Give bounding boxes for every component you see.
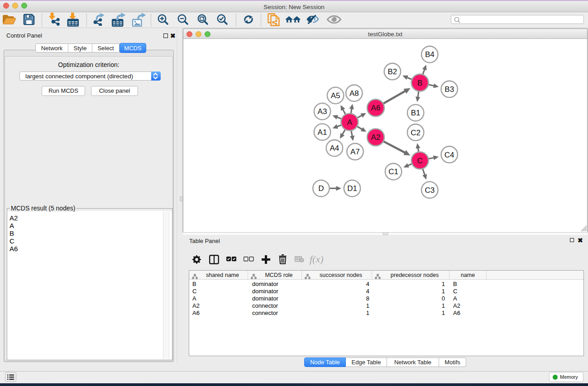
svg-text:A3: A3: [318, 107, 327, 116]
svg-text:A8: A8: [349, 89, 359, 98]
svg-text:B4: B4: [425, 50, 435, 59]
svg-text:C1: C1: [388, 167, 398, 176]
svg-text:B2: B2: [388, 67, 397, 76]
svg-text:A6: A6: [371, 104, 381, 112]
svg-text:B: B: [417, 79, 422, 87]
svg-text:C2: C2: [411, 129, 421, 137]
svg-text:B1: B1: [411, 109, 421, 117]
svg-text:A4: A4: [330, 144, 339, 152]
svg-text:C3: C3: [425, 186, 435, 195]
svg-text:A1: A1: [318, 128, 327, 137]
svg-text:C: C: [417, 157, 423, 165]
svg-text:A: A: [347, 118, 353, 127]
svg-text:B3: B3: [445, 85, 454, 94]
svg-text:A5: A5: [331, 91, 340, 100]
svg-text:D: D: [318, 184, 324, 193]
svg-text:A2: A2: [371, 133, 381, 142]
svg-text:D1: D1: [347, 184, 357, 193]
svg-text:C4: C4: [445, 151, 454, 159]
svg-text:A7: A7: [350, 148, 360, 156]
